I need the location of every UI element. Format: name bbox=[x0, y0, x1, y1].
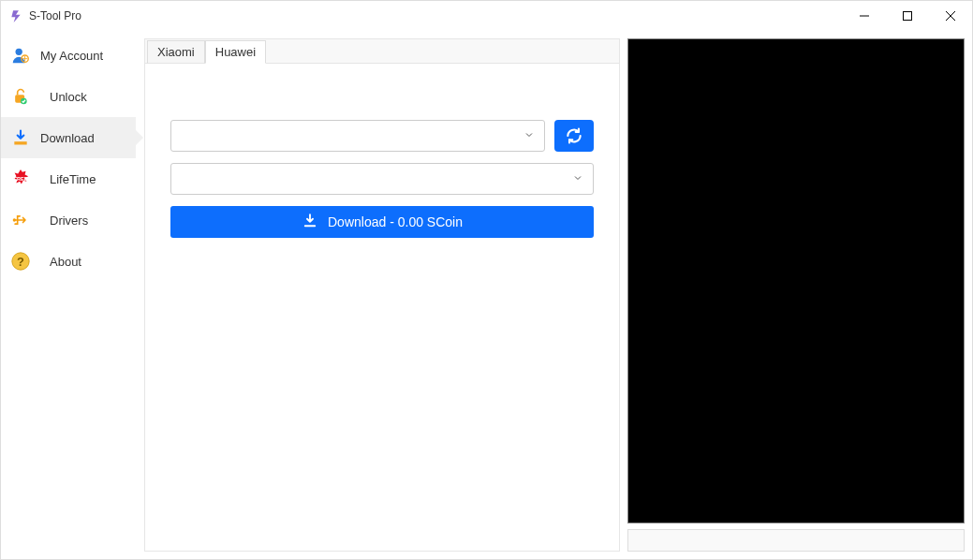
sidebar-item-label: Drivers bbox=[40, 214, 136, 228]
refresh-icon bbox=[565, 126, 583, 145]
titlebar: S-Tool Pro bbox=[1, 1, 972, 31]
tab-xiaomi[interactable]: Xiaomi bbox=[147, 40, 205, 64]
svg-point-11 bbox=[13, 218, 16, 221]
minimize-button[interactable] bbox=[843, 2, 886, 30]
tab-content: Download - 0.00 SCoin bbox=[145, 64, 619, 551]
firmware-select[interactable] bbox=[170, 163, 594, 195]
sidebar: My Account Unlock Download FREE LifeTime… bbox=[1, 31, 137, 559]
chevron-down-icon bbox=[572, 170, 583, 187]
unlock-icon bbox=[10, 86, 31, 107]
sidebar-item-my-account[interactable]: My Account bbox=[1, 35, 136, 76]
app-title: S-Tool Pro bbox=[29, 9, 81, 22]
tab-bar: Xiaomi Huawei bbox=[145, 39, 619, 64]
download-button-label: Download - 0.00 SCoin bbox=[328, 214, 463, 229]
svg-text:FREE: FREE bbox=[14, 176, 28, 182]
svg-rect-1 bbox=[904, 12, 912, 21]
sidebar-item-unlock[interactable]: Unlock bbox=[1, 76, 136, 117]
app-icon bbox=[8, 8, 23, 23]
free-badge-icon: FREE bbox=[10, 169, 31, 189]
content-pane: Xiaomi Huawei bbox=[144, 38, 620, 552]
download-icon bbox=[302, 213, 318, 232]
sidebar-item-label: Download bbox=[40, 131, 136, 145]
sidebar-item-label: LifeTime bbox=[40, 172, 136, 186]
log-panel bbox=[627, 529, 965, 552]
tab-label: Xiaomi bbox=[157, 45, 195, 59]
preview-panel bbox=[627, 38, 965, 523]
tab-huawei[interactable]: Huawei bbox=[205, 40, 266, 64]
tab-label: Huawei bbox=[215, 45, 256, 59]
model-select[interactable] bbox=[170, 120, 545, 152]
right-column bbox=[627, 38, 965, 552]
account-icon bbox=[10, 45, 31, 66]
maximize-button[interactable] bbox=[886, 2, 929, 30]
svg-point-4 bbox=[16, 49, 22, 55]
download-button[interactable]: Download - 0.00 SCoin bbox=[170, 206, 594, 238]
sidebar-item-label: About bbox=[40, 255, 136, 269]
download-icon bbox=[10, 127, 31, 148]
main-area: Xiaomi Huawei bbox=[137, 31, 972, 559]
svg-rect-8 bbox=[14, 141, 26, 144]
sidebar-item-download[interactable]: Download bbox=[1, 117, 136, 158]
refresh-button[interactable] bbox=[554, 120, 594, 152]
sidebar-item-label: My Account bbox=[40, 49, 136, 63]
sidebar-item-lifetime[interactable]: FREE LifeTime bbox=[1, 158, 136, 199]
close-button[interactable] bbox=[929, 2, 972, 30]
sidebar-item-drivers[interactable]: Drivers bbox=[1, 199, 136, 241]
question-icon: ? bbox=[10, 251, 31, 272]
sidebar-item-about[interactable]: ? About bbox=[1, 241, 136, 282]
sidebar-item-label: Unlock bbox=[40, 90, 136, 104]
usb-icon bbox=[10, 210, 31, 230]
chevron-down-icon bbox=[523, 127, 535, 144]
svg-text:?: ? bbox=[17, 255, 24, 269]
